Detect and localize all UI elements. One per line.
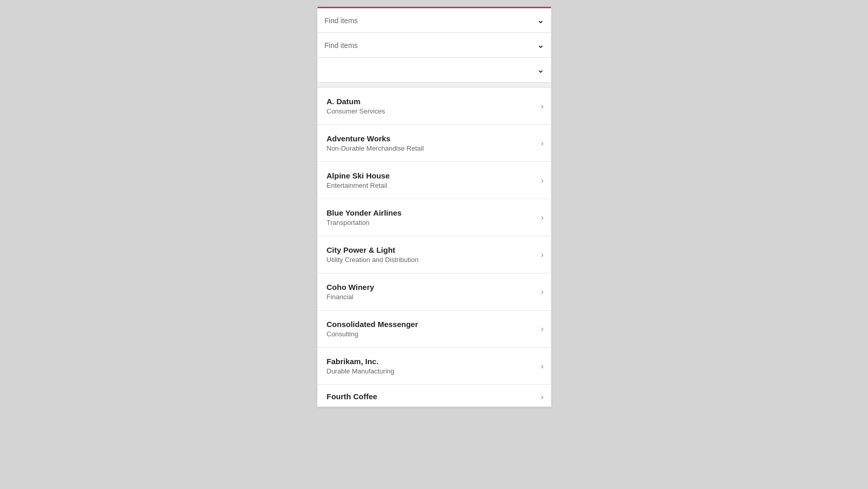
- list-item-content-fourth-coffee: Fourth Coffee: [327, 392, 537, 402]
- page-wrapper: Find items ⌄ Find items ⌄ ⌄ A. Datum Con…: [0, 0, 868, 489]
- chevron-down-icon-2: ⌄: [537, 40, 544, 50]
- chevron-right-icon-alpine-ski-house: ›: [541, 176, 543, 185]
- chevron-down-icon-3: ⌄: [537, 65, 544, 75]
- list-item-consolidated-messenger[interactable]: Consolidated Messenger Consulting ›: [318, 311, 551, 348]
- accounts-list: A. Datum Consumer Services › Adventure W…: [318, 88, 551, 406]
- list-item-name-a-datum: A. Datum: [327, 97, 537, 106]
- list-item-city-power-light[interactable]: City Power & Light Utility Creation and …: [318, 236, 551, 273]
- list-item-name-fourth-coffee: Fourth Coffee: [327, 392, 537, 401]
- list-item-category-city-power-light: Utility Creation and Distribution: [327, 256, 537, 264]
- list-item-content-consolidated-messenger: Consolidated Messenger Consulting: [327, 320, 537, 338]
- list-item-content-a-datum: A. Datum Consumer Services: [327, 97, 537, 115]
- list-item-content-coho-winery: Coho Winery Financial: [327, 283, 537, 301]
- chevron-right-icon-adventure-works: ›: [541, 139, 543, 148]
- chevron-right-icon-city-power-light: ›: [541, 250, 543, 259]
- list-item-category-alpine-ski-house: Entertainment Retail: [327, 182, 537, 189]
- list-item-category-fabrikam-inc: Durable Manufacturing: [327, 367, 537, 375]
- chevron-right-icon-coho-winery: ›: [541, 287, 543, 297]
- list-item-blue-yonder-airlines[interactable]: Blue Yonder Airlines Transportation ›: [318, 199, 551, 236]
- list-item-content-blue-yonder-airlines: Blue Yonder Airlines Transportation: [327, 208, 537, 226]
- filter-2-text: Find items: [325, 41, 358, 50]
- list-item-name-fabrikam-inc: Fabrikam, Inc.: [327, 357, 537, 366]
- list-item-adventure-works[interactable]: Adventure Works Non-Durable Merchandise …: [318, 125, 551, 162]
- list-item-content-city-power-light: City Power & Light Utility Creation and …: [327, 246, 537, 264]
- chevron-right-icon-fabrikam-inc: ›: [541, 362, 543, 371]
- list-item-content-adventure-works: Adventure Works Non-Durable Merchandise …: [327, 134, 537, 152]
- list-item-category-consolidated-messenger: Consulting: [327, 330, 537, 338]
- list-item-a-datum[interactable]: A. Datum Consumer Services ›: [318, 88, 551, 125]
- list-item-coho-winery[interactable]: Coho Winery Financial ›: [318, 273, 551, 311]
- filter-1-text: Find items: [325, 17, 358, 25]
- chevron-right-icon-consolidated-messenger: ›: [541, 324, 543, 334]
- list-item-category-blue-yonder-airlines: Transportation: [327, 219, 537, 226]
- list-item-category-a-datum: Consumer Services: [327, 107, 537, 115]
- list-spacer: [318, 83, 551, 88]
- list-item-fourth-coffee[interactable]: Fourth Coffee ›: [318, 385, 551, 406]
- list-item-name-city-power-light: City Power & Light: [327, 246, 537, 254]
- chevron-right-icon-fourth-coffee: ›: [541, 393, 543, 402]
- filter-dropdown-1[interactable]: Find items ⌄: [318, 8, 551, 33]
- filter-dropdown-2[interactable]: Find items ⌄: [318, 33, 551, 58]
- list-item-name-consolidated-messenger: Consolidated Messenger: [327, 320, 537, 329]
- chevron-right-icon-blue-yonder-airlines: ›: [541, 213, 543, 222]
- list-item-name-coho-winery: Coho Winery: [327, 283, 537, 291]
- accounts-list-container: A. Datum Consumer Services › Adventure W…: [318, 88, 551, 406]
- chevron-down-icon-1: ⌄: [537, 15, 544, 25]
- chevron-right-icon-a-datum: ›: [541, 102, 543, 111]
- list-item-content-alpine-ski-house: Alpine Ski House Entertainment Retail: [327, 171, 537, 189]
- list-item-name-blue-yonder-airlines: Blue Yonder Airlines: [327, 208, 537, 217]
- list-item-alpine-ski-house[interactable]: Alpine Ski House Entertainment Retail ›: [318, 162, 551, 199]
- list-item-category-adventure-works: Non-Durable Merchandise Retail: [327, 144, 537, 152]
- main-panel: Find items ⌄ Find items ⌄ ⌄ A. Datum Con…: [317, 6, 552, 407]
- filter-dropdown-3[interactable]: ⌄: [318, 58, 551, 83]
- list-item-content-fabrikam-inc: Fabrikam, Inc. Durable Manufacturing: [327, 357, 537, 375]
- list-item-name-alpine-ski-house: Alpine Ski House: [327, 171, 537, 180]
- list-item-name-adventure-works: Adventure Works: [327, 134, 537, 143]
- list-item-category-coho-winery: Financial: [327, 293, 537, 301]
- list-item-fabrikam-inc[interactable]: Fabrikam, Inc. Durable Manufacturing ›: [318, 348, 551, 385]
